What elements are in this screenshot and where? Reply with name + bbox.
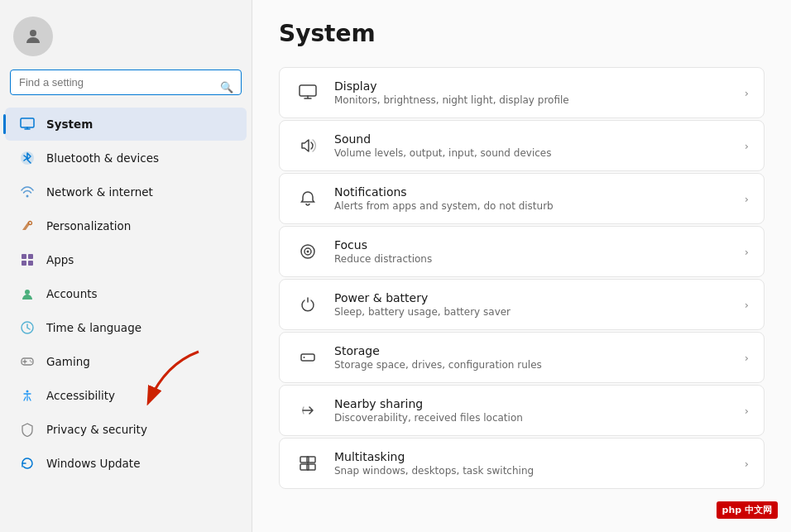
chevron-icon: ›	[745, 246, 749, 258]
sound-desc: Volume levels, output, input, sound devi…	[334, 147, 738, 159]
chevron-icon: ›	[745, 405, 749, 417]
sidebar-label-time: Time & language	[46, 321, 141, 334]
sidebar-item-system[interactable]: System	[5, 108, 247, 141]
gaming-icon	[18, 352, 36, 371]
notifications-desc: Alerts from apps and system, do not dist…	[334, 200, 738, 212]
sidebar-label-accessibility: Accessibility	[46, 389, 115, 402]
main-content: System Display Monitors, brightness, nig…	[252, 0, 791, 532]
svg-point-0	[30, 30, 36, 36]
chevron-icon: ›	[745, 87, 749, 99]
storage-icon	[295, 344, 321, 371]
sidebar-item-update[interactable]: Windows Update	[5, 447, 247, 480]
sidebar-label-privacy: Privacy & security	[46, 423, 147, 436]
settings-item-focus[interactable]: Focus Reduce distractions ›	[279, 226, 765, 277]
storage-desc: Storage space, drives, configuration rul…	[334, 359, 738, 371]
svg-point-4	[29, 222, 32, 225]
svg-point-21	[304, 357, 305, 358]
power-icon	[295, 291, 321, 318]
power-title: Power & battery	[334, 291, 738, 304]
bluetooth-icon	[18, 149, 36, 167]
multitasking-icon	[295, 450, 321, 477]
svg-point-14	[26, 391, 29, 393]
multitasking-desc: Snap windows, desktops, task switching	[334, 465, 738, 477]
settings-item-power[interactable]: Power & battery Sleep, battery usage, ba…	[279, 279, 765, 330]
sidebar-item-accessibility[interactable]: Accessibility	[5, 379, 247, 412]
svg-rect-8	[28, 261, 33, 266]
sidebar-label-accounts: Accounts	[46, 287, 98, 300]
focus-icon	[295, 238, 321, 265]
svg-rect-5	[22, 254, 26, 259]
settings-item-storage[interactable]: Storage Storage space, drives, configura…	[279, 332, 765, 383]
chevron-icon: ›	[745, 140, 749, 152]
svg-point-19	[307, 251, 309, 253]
sidebar-item-network[interactable]: Network & internet	[5, 175, 247, 208]
apps-icon	[18, 251, 36, 269]
chevron-icon: ›	[745, 352, 749, 364]
sidebar-item-time[interactable]: Time & language	[5, 311, 247, 344]
sidebar-label-update: Windows Update	[46, 457, 140, 470]
focus-desc: Reduce distractions	[334, 253, 738, 265]
chevron-icon: ›	[745, 299, 749, 311]
time-icon	[18, 319, 36, 337]
sidebar-item-apps[interactable]: Apps	[5, 243, 247, 276]
sound-title: Sound	[334, 132, 738, 146]
settings-item-notifications[interactable]: Notifications Alerts from apps and syste…	[279, 173, 765, 224]
focus-title: Focus	[334, 238, 738, 252]
sidebar-item-personalization[interactable]: Personalization	[5, 209, 247, 242]
personalization-icon	[18, 217, 36, 235]
display-title: Display	[334, 79, 738, 93]
settings-item-nearby[interactable]: Nearby sharing Discoverability, received…	[279, 385, 765, 436]
svg-rect-7	[22, 261, 26, 266]
nav-list: System Bluetooth & devices Network & i	[0, 103, 252, 532]
sidebar-label-system: System	[46, 117, 93, 131]
search-input[interactable]	[10, 69, 242, 95]
nearby-icon	[295, 397, 321, 424]
sidebar-label-personalization: Personalization	[46, 219, 131, 232]
svg-rect-16	[300, 85, 316, 96]
svg-point-12	[30, 360, 31, 362]
multitasking-title: Multitasking	[334, 450, 738, 463]
accounts-icon	[18, 285, 36, 303]
network-icon	[18, 183, 36, 201]
chevron-icon: ›	[745, 458, 749, 470]
page-title: System	[279, 20, 765, 47]
svg-rect-6	[28, 254, 33, 259]
sidebar-item-accounts[interactable]: Accounts	[5, 277, 247, 310]
avatar[interactable]	[13, 17, 53, 56]
svg-point-9	[25, 290, 30, 295]
privacy-icon	[18, 420, 36, 439]
sound-icon	[295, 132, 321, 159]
svg-rect-20	[301, 354, 314, 361]
sidebar-item-bluetooth[interactable]: Bluetooth & devices	[5, 141, 247, 175]
svg-point-3	[26, 195, 29, 198]
sidebar-item-privacy[interactable]: Privacy & security	[5, 413, 247, 446]
sidebar-item-gaming[interactable]: Gaming	[5, 345, 247, 378]
php-watermark: php 中文网	[717, 501, 778, 519]
storage-title: Storage	[334, 344, 738, 357]
settings-item-multitasking[interactable]: Multitasking Snap windows, desktops, tas…	[279, 438, 765, 489]
sidebar-label-network: Network & internet	[46, 185, 153, 199]
display-icon	[295, 79, 321, 106]
sidebar: 🔍 System Bluetooth & devices	[0, 0, 252, 532]
settings-item-display[interactable]: Display Monitors, brightness, night ligh…	[279, 67, 765, 118]
settings-list: Display Monitors, brightness, night ligh…	[279, 67, 765, 489]
sidebar-label-apps: Apps	[46, 253, 74, 266]
system-icon	[18, 115, 36, 133]
power-desc: Sleep, battery usage, battery saver	[334, 306, 738, 318]
update-icon	[18, 454, 36, 472]
sidebar-label-gaming: Gaming	[46, 355, 90, 368]
notifications-icon	[295, 185, 321, 212]
search-wrapper: 🔍	[0, 69, 252, 103]
notifications-title: Notifications	[334, 185, 738, 199]
svg-point-13	[31, 362, 32, 363]
sidebar-label-bluetooth: Bluetooth & devices	[46, 151, 159, 165]
settings-item-sound[interactable]: Sound Volume levels, output, input, soun…	[279, 120, 765, 171]
nearby-desc: Discoverability, received files location	[334, 412, 738, 424]
svg-rect-1	[21, 118, 34, 127]
nearby-title: Nearby sharing	[334, 397, 738, 410]
chevron-icon: ›	[745, 193, 749, 205]
avatar-area	[0, 8, 252, 69]
accessibility-icon	[18, 386, 36, 405]
display-desc: Monitors, brightness, night light, displ…	[334, 94, 738, 106]
